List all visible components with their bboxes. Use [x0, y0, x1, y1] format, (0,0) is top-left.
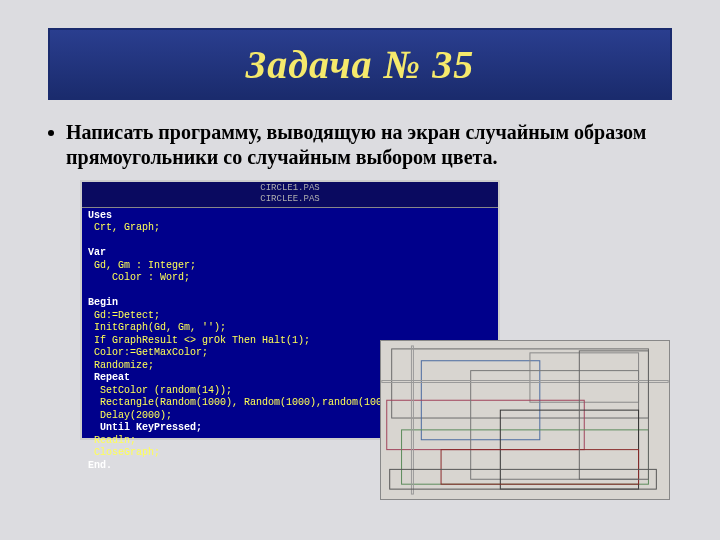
random-rect	[402, 430, 649, 484]
title-text: Задача № 35	[246, 41, 474, 88]
code-line: Crt, Graph;	[88, 222, 492, 235]
code-line	[88, 235, 492, 248]
task-bullet: Написать программу, выводящую на экран с…	[48, 120, 672, 170]
random-rect	[392, 349, 649, 418]
code-line	[88, 285, 492, 298]
random-rect	[471, 371, 639, 480]
editor-file-2: CIRCLEE.PAS	[260, 194, 319, 204]
title-box: Задача № 35	[48, 28, 672, 100]
code-line: Gd:=Detect;	[88, 310, 492, 323]
random-rect	[411, 346, 413, 494]
code-line: Var	[88, 247, 492, 260]
code-line: InitGraph(Gd, Gm, '');	[88, 322, 492, 335]
editor-titlebar: CIRCLE1.PAS CIRCLEE.PAS	[82, 182, 498, 208]
code-line: Begin	[88, 297, 492, 310]
random-rect	[387, 400, 585, 449]
code-line: Color : Word;	[88, 272, 492, 285]
code-line: Gd, Gm : Integer;	[88, 260, 492, 273]
random-rect	[530, 353, 639, 402]
editor-file-1: CIRCLE1.PAS	[260, 183, 319, 193]
random-rect	[382, 381, 668, 383]
code-line: Uses	[88, 210, 492, 223]
task-description: Написать программу, выводящую на экран с…	[66, 120, 672, 170]
output-svg	[381, 341, 669, 499]
bullet-icon	[48, 130, 54, 136]
program-output	[380, 340, 670, 500]
